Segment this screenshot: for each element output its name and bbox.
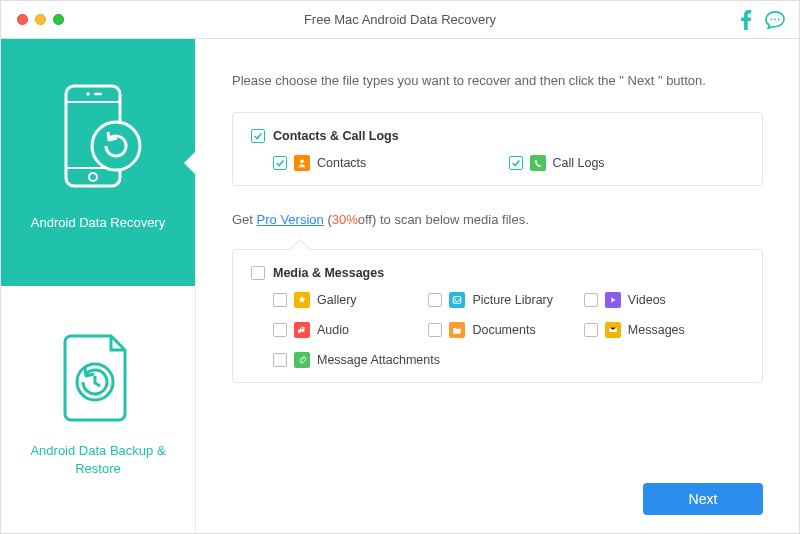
sidebar-item-label: Android Data Backup & Restore [23,442,173,477]
option-documents[interactable]: Documents [428,322,583,338]
option-label: Picture Library [472,293,553,307]
checkbox-picture-library[interactable] [428,293,442,307]
checkbox-documents[interactable] [428,323,442,337]
sidebar: Android Data Recovery Android Data Backu… [1,39,196,533]
titlebar: Free Mac Android Data Recovery [1,1,799,39]
option-gallery[interactable]: Gallery [273,292,428,308]
svg-point-7 [86,92,90,96]
window-controls [17,14,64,25]
close-window-button[interactable] [17,14,28,25]
option-label: Call Logs [553,156,605,170]
checkbox-videos[interactable] [584,293,598,307]
group-title-label: Media & Messages [273,266,384,280]
checkbox-contacts-calllogs-all[interactable] [251,129,265,143]
main-panel: Please choose the file types you want to… [196,39,799,533]
option-contacts[interactable]: Contacts [273,155,509,171]
option-calllogs[interactable]: Call Logs [509,155,745,171]
group-title-row[interactable]: Contacts & Call Logs [251,129,744,143]
svg-point-0 [770,18,772,20]
option-messages[interactable]: Messages [584,322,739,338]
group-title-label: Contacts & Call Logs [273,129,399,143]
audio-icon [294,322,310,338]
option-label: Audio [317,323,349,337]
checkbox-messages[interactable] [584,323,598,337]
svg-point-2 [778,18,780,20]
option-videos[interactable]: Videos [584,292,739,308]
option-label: Documents [472,323,535,337]
options-media-messages: Gallery Picture Library [273,292,744,368]
group-media-messages: Media & Messages Gallery [232,249,763,383]
svg-point-1 [774,18,776,20]
messages-icon [605,322,621,338]
checkbox-message-attachments[interactable] [273,353,287,367]
picture-icon [449,292,465,308]
option-label: Videos [628,293,666,307]
svg-point-12 [300,160,304,164]
phone-recover-icon [48,80,148,200]
gallery-icon [294,292,310,308]
option-label: Gallery [317,293,357,307]
sidebar-item-recovery[interactable]: Android Data Recovery [1,39,195,286]
option-message-attachments[interactable]: Message Attachments [273,352,509,368]
instruction-text: Please choose the file types you want to… [232,73,763,88]
attachment-icon [294,352,310,368]
option-picture-library[interactable]: Picture Library [428,292,583,308]
group-title-row[interactable]: Media & Messages [251,266,744,280]
pro-discount: 30% [332,212,358,227]
content-area: Android Data Recovery Android Data Backu… [1,39,799,533]
sidebar-item-label: Android Data Recovery [31,214,165,232]
group-pointer-decor [290,239,310,259]
checkbox-calllogs[interactable] [509,156,523,170]
pro-version-link[interactable]: Pro Version [257,212,324,227]
feedback-icon[interactable] [765,10,785,30]
titlebar-actions [739,10,785,30]
contacts-icon [294,155,310,171]
footer-actions: Next [643,483,763,515]
option-label: Contacts [317,156,366,170]
checkbox-contacts[interactable] [273,156,287,170]
videos-icon [605,292,621,308]
option-label: Messages [628,323,685,337]
svg-point-6 [89,173,97,181]
next-button[interactable]: Next [643,483,763,515]
checkbox-gallery[interactable] [273,293,287,307]
window-title: Free Mac Android Data Recovery [1,12,799,27]
checkbox-media-messages-all[interactable] [251,266,265,280]
calllogs-icon [530,155,546,171]
app-window: Free Mac Android Data Recovery [0,0,800,534]
zoom-window-button[interactable] [53,14,64,25]
options-contacts-calllogs: Contacts Call Logs [273,155,744,171]
option-label: Message Attachments [317,353,440,367]
checkbox-audio[interactable] [273,323,287,337]
pro-version-notice: Get Pro Version (30%off) to scan below m… [232,212,763,227]
file-backup-icon [53,328,143,428]
sidebar-item-backup[interactable]: Android Data Backup & Restore [1,286,195,533]
minimize-window-button[interactable] [35,14,46,25]
group-contacts-calllogs: Contacts & Call Logs Contacts [232,112,763,186]
svg-rect-8 [94,93,102,95]
svg-point-14 [455,298,457,300]
facebook-icon[interactable] [739,10,753,30]
option-audio[interactable]: Audio [273,322,428,338]
documents-icon [449,322,465,338]
